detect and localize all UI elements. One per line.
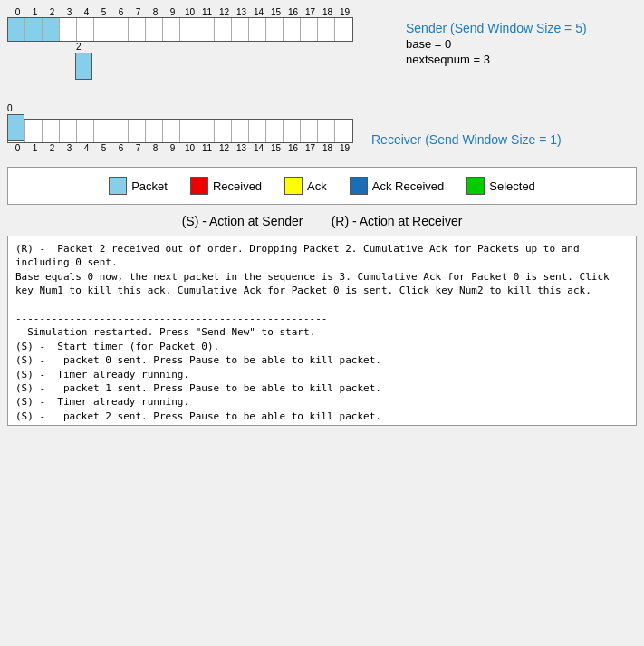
sender-num-17: 17	[302, 7, 319, 17]
legend-item-ack-received: Ack Received	[350, 177, 444, 195]
legend-label-selected: Selected	[489, 179, 535, 193]
legend-item-received: Received	[190, 177, 262, 195]
single-packet-0	[7, 114, 24, 141]
receiver-num-6: 6	[112, 143, 130, 153]
legend-item-ack: Ack	[284, 177, 327, 195]
legend-item-selected: Selected	[466, 177, 535, 195]
flying-label-2: 2	[76, 42, 82, 52]
sender-window: 012345678910111213141516171819 2 0	[7, 7, 388, 110]
legend-color-packet	[109, 177, 127, 195]
sender-packet-19	[335, 18, 352, 41]
receiver-packet-4	[77, 120, 94, 142]
receiver-packet-18	[318, 120, 335, 142]
receiver-num-14: 14	[250, 143, 267, 153]
sender-num-1: 1	[26, 7, 43, 17]
receiver-num-10: 10	[181, 143, 198, 153]
receiver-num-0: 0	[9, 143, 26, 153]
sender-num-18: 18	[319, 7, 336, 17]
sender-num-3: 3	[61, 7, 78, 17]
receiver-num-8: 8	[147, 143, 164, 153]
single-label-0: 0	[7, 103, 13, 113]
receiver-num-4: 4	[78, 143, 95, 153]
sender-num-15: 15	[267, 7, 284, 17]
main-container: 012345678910111213141516171819 2 0 Sende…	[0, 0, 644, 438]
receiver-packet-1	[25, 120, 43, 142]
sender-packet-5	[94, 18, 111, 41]
receiver-packet-10	[180, 120, 197, 142]
sender-action-label: (S) - Action at Sender	[182, 214, 303, 228]
receiver-num-9: 9	[164, 143, 181, 153]
sender-top-numbers: 012345678910111213141516171819	[9, 7, 388, 17]
sender-num-5: 5	[95, 7, 112, 17]
sender-nextseqnum: nextseqnum = 3	[406, 53, 587, 66]
sender-num-12: 12	[216, 7, 233, 17]
sender-base: base = 0	[406, 37, 587, 51]
sender-packet-2	[43, 18, 60, 41]
sender-num-4: 4	[78, 7, 95, 17]
receiver-section: 012345678910111213141516171819 Receiver …	[7, 119, 637, 153]
receiver-num-3: 3	[61, 143, 78, 153]
sender-packet-0	[8, 18, 25, 41]
legend-color-selected	[466, 177, 485, 195]
sender-flying-area: 2 0	[7, 42, 388, 110]
flying-packet-2	[75, 53, 92, 80]
sender-num-11: 11	[198, 7, 216, 17]
sender-packet-9	[163, 18, 180, 41]
sender-info: Sender (Send Window Size = 5) base = 0 n…	[406, 7, 587, 66]
receiver-packet-19	[335, 120, 352, 142]
receiver-packet-row	[7, 119, 353, 143]
sender-num-19: 19	[336, 7, 353, 17]
receiver-num-15: 15	[267, 143, 284, 153]
legend-label-received: Received	[213, 179, 262, 193]
sender-num-2: 2	[43, 7, 61, 17]
receiver-num-5: 5	[95, 143, 112, 153]
receiver-packet-2	[43, 120, 60, 142]
sender-num-13: 13	[233, 7, 250, 17]
sender-packet-row	[7, 17, 353, 42]
log-area[interactable]: (R) - Packet 2 received out of order. Dr…	[7, 236, 637, 426]
receiver-num-2: 2	[43, 143, 61, 153]
legend-box: PacketReceivedAckAck ReceivedSelected	[7, 167, 637, 205]
sender-packet-11	[197, 18, 215, 41]
receiver-packet-6	[111, 120, 129, 142]
legend-label-ack: Ack	[307, 179, 327, 193]
receiver-packet-12	[215, 120, 232, 142]
sender-num-8: 8	[147, 7, 164, 17]
sender-packet-6	[111, 18, 129, 41]
receiver-packet-14	[249, 120, 266, 142]
receiver-packet-15	[266, 120, 284, 142]
sender-packet-17	[301, 18, 318, 41]
sender-packet-8	[146, 18, 163, 41]
receiver-packet-13	[232, 120, 249, 142]
sender-packet-16	[284, 18, 301, 41]
sender-packet-14	[249, 18, 266, 41]
legend-label-packet: Packet	[131, 179, 168, 193]
sender-num-9: 9	[164, 7, 181, 17]
receiver-packet-5	[94, 120, 111, 142]
sender-num-6: 6	[112, 7, 130, 17]
action-labels: (S) - Action at Sender (R) - Action at R…	[7, 214, 637, 228]
legend-label-ack-received: Ack Received	[372, 179, 444, 193]
receiver-num-1: 1	[26, 143, 43, 153]
receiver-num-19: 19	[336, 143, 353, 153]
sender-packet-18	[318, 18, 335, 41]
sender-packet-7	[129, 18, 146, 41]
receiver-packet-11	[197, 120, 215, 142]
receiver-num-11: 11	[198, 143, 216, 153]
receiver-packet-8	[146, 120, 163, 142]
receiver-num-13: 13	[233, 143, 250, 153]
receiver-packet-17	[301, 120, 318, 142]
legend-color-ack-received	[350, 177, 368, 195]
sender-num-14: 14	[250, 7, 267, 17]
receiver-packet-3	[60, 120, 77, 142]
receiver-num-7: 7	[130, 143, 147, 153]
sender-num-10: 10	[181, 7, 198, 17]
legend-color-received	[190, 177, 208, 195]
sender-section: 012345678910111213141516171819 2 0 Sende…	[7, 7, 637, 110]
sender-packet-3	[60, 18, 77, 41]
receiver-info: Receiver (Send Window Size = 1)	[371, 119, 562, 147]
sender-title: Sender (Send Window Size = 5)	[406, 21, 587, 35]
legend-item-packet: Packet	[109, 177, 168, 195]
sender-packet-15	[266, 18, 284, 41]
sender-num-7: 7	[130, 7, 147, 17]
